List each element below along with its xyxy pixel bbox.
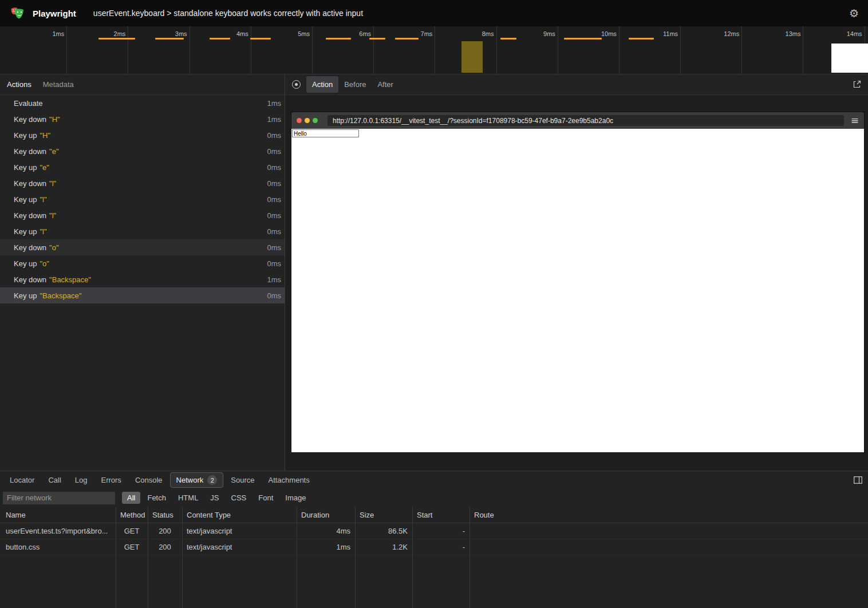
snapshot-tab-after[interactable]: After bbox=[372, 76, 399, 93]
timeline-cell: 4ms bbox=[190, 26, 251, 74]
network-column-header[interactable]: Duration bbox=[297, 511, 355, 519]
pick-locator-icon[interactable] bbox=[292, 80, 301, 89]
action-title: Key up bbox=[14, 259, 37, 268]
network-column-divider bbox=[469, 507, 470, 608]
network-column-header[interactable]: Start bbox=[412, 511, 469, 519]
network-column-header[interactable]: Size bbox=[355, 511, 412, 519]
action-title: Evaluate bbox=[14, 99, 43, 108]
settings-gear-icon[interactable]: ⚙ bbox=[849, 7, 859, 19]
bottom-tab-label: Call bbox=[48, 476, 61, 484]
bottom-tab-log[interactable]: Log bbox=[69, 473, 94, 487]
action-title: Key up bbox=[14, 291, 37, 300]
action-row[interactable]: Key down"o"0ms bbox=[0, 239, 285, 255]
browser-snapshot: http://127.0.0.1:63315/__vitest_test__/?… bbox=[291, 112, 864, 452]
timeline-cell: 10ms bbox=[558, 26, 620, 74]
timeline-cell: 11ms bbox=[620, 26, 681, 74]
network-header-row: NameMethodStatusContent TypeDurationSize… bbox=[0, 507, 868, 523]
snapshot-tab-label: Before bbox=[344, 80, 366, 89]
bottom-tab-label: Console bbox=[135, 476, 163, 484]
timeline-tick-label: 4ms bbox=[236, 30, 248, 37]
network-column-header[interactable]: Route bbox=[469, 511, 868, 519]
timeline-cell: 12ms bbox=[681, 26, 742, 74]
action-param: "l" bbox=[40, 227, 46, 236]
action-row[interactable]: Key up"l"0ms bbox=[0, 191, 285, 207]
snapshot-tab-before[interactable]: Before bbox=[338, 76, 372, 93]
action-row[interactable]: Key down"l"0ms bbox=[0, 175, 285, 191]
action-param: "Backspace" bbox=[49, 275, 91, 284]
open-external-icon[interactable] bbox=[853, 80, 861, 89]
action-row[interactable]: Evaluate1ms bbox=[0, 95, 285, 111]
traffic-light-yellow-icon bbox=[305, 118, 310, 123]
actions-tab-label: Metadata bbox=[43, 80, 74, 89]
action-row[interactable]: Key up"o"0ms bbox=[0, 255, 285, 271]
network-row[interactable]: userEvent.test.ts?import&bro...GET200tex… bbox=[0, 523, 868, 539]
snapshot-tab-action[interactable]: Action bbox=[306, 76, 338, 93]
page-text-input[interactable] bbox=[292, 129, 359, 137]
network-column-header[interactable]: Status bbox=[148, 511, 182, 519]
bottom-tab-attachments[interactable]: Attachments bbox=[262, 473, 315, 487]
action-row[interactable]: Key down"l"0ms bbox=[0, 207, 285, 223]
filter-chip-fetch[interactable]: Fetch bbox=[142, 492, 171, 504]
timeline-tick-label: 9ms bbox=[543, 30, 555, 37]
page-snapshot bbox=[291, 129, 864, 452]
action-row[interactable]: Key up"l"0ms bbox=[0, 223, 285, 239]
actions-tab-actions[interactable]: Actions bbox=[1, 76, 37, 93]
timeline-cell: 13ms bbox=[742, 26, 803, 74]
network-cell-size: 1.2K bbox=[355, 543, 412, 551]
split-layout-icon[interactable] bbox=[854, 476, 862, 484]
filter-chip-html[interactable]: HTML bbox=[173, 492, 203, 504]
action-duration: 1ms bbox=[267, 275, 281, 284]
timeline[interactable]: 1ms2ms3ms4ms5ms6ms7ms8ms9ms10ms11ms12ms1… bbox=[0, 26, 868, 74]
action-param: "H" bbox=[40, 131, 50, 140]
timeline-action-bar bbox=[326, 38, 351, 40]
actions-tab-metadata[interactable]: Metadata bbox=[37, 76, 80, 93]
top-bar: Playwright userEvent.keyboard > standalo… bbox=[0, 0, 868, 26]
traffic-light-red-icon bbox=[297, 118, 302, 123]
bottom-tab-label: Log bbox=[75, 476, 88, 484]
action-row[interactable]: Key down"H"1ms bbox=[0, 111, 285, 127]
network-column-header[interactable]: Name bbox=[0, 511, 116, 519]
network-row[interactable]: button.cssGET200text/javascript1ms1.2K- bbox=[0, 539, 868, 555]
bottom-tab-source[interactable]: Source bbox=[224, 473, 261, 487]
filter-chip-all[interactable]: All bbox=[122, 492, 140, 504]
film-strip-thumbnail bbox=[831, 44, 868, 73]
timeline-tick-label: 11ms bbox=[663, 30, 678, 37]
action-title: Key up bbox=[14, 163, 37, 172]
timeline-action-bar bbox=[155, 38, 184, 40]
bottom-tab-errors[interactable]: Errors bbox=[94, 473, 127, 487]
network-cell-name: userEvent.test.ts?import&bro... bbox=[0, 527, 116, 535]
network-cell-name: button.css bbox=[0, 543, 116, 551]
bottom-tab-network[interactable]: Network2 bbox=[170, 472, 224, 488]
bottom-tab-call[interactable]: Call bbox=[42, 473, 67, 487]
network-column-header[interactable]: Method bbox=[116, 511, 148, 519]
trace-viewer-app: Playwright userEvent.keyboard > standalo… bbox=[0, 0, 868, 608]
action-row[interactable]: Key down"e"0ms bbox=[0, 143, 285, 159]
action-row[interactable]: Key down"Backspace"1ms bbox=[0, 271, 285, 287]
snapshot-tabs: ActionBeforeAfter bbox=[306, 76, 399, 93]
timeline-cell: 1ms bbox=[6, 26, 67, 74]
timeline-tick-label: 8ms bbox=[482, 30, 494, 37]
bottom-tab-label: Source bbox=[231, 476, 254, 484]
filter-chip-font[interactable]: Font bbox=[253, 492, 278, 504]
browser-menu-icon: ≡ bbox=[851, 116, 859, 125]
filter-chip-image[interactable]: Image bbox=[280, 492, 311, 504]
action-title: Key down bbox=[14, 243, 46, 252]
bottom-tab-locator[interactable]: Locator bbox=[3, 473, 41, 487]
action-row[interactable]: Key up"e"0ms bbox=[0, 159, 285, 175]
action-row[interactable]: Key up"H"0ms bbox=[0, 127, 285, 143]
action-duration: 0ms bbox=[267, 259, 281, 268]
filter-chip-css[interactable]: CSS bbox=[226, 492, 252, 504]
network-cell-method: GET bbox=[116, 543, 148, 551]
timeline-tick-label: 5ms bbox=[298, 30, 310, 37]
action-list: Evaluate1msKey down"H"1msKey up"H"0msKey… bbox=[0, 95, 285, 471]
action-title: Key down bbox=[14, 147, 46, 156]
filter-chip-js[interactable]: JS bbox=[205, 492, 224, 504]
network-column-divider bbox=[148, 507, 148, 608]
network-filter-input[interactable] bbox=[3, 492, 115, 504]
action-row[interactable]: Key up"Backspace"0ms bbox=[0, 287, 285, 303]
bottom-tab-console[interactable]: Console bbox=[129, 473, 169, 487]
network-column-header[interactable]: Content Type bbox=[182, 511, 297, 519]
action-title: Key down bbox=[14, 115, 46, 124]
timeline-action-bar bbox=[210, 38, 230, 40]
action-title: Key down bbox=[14, 211, 46, 220]
